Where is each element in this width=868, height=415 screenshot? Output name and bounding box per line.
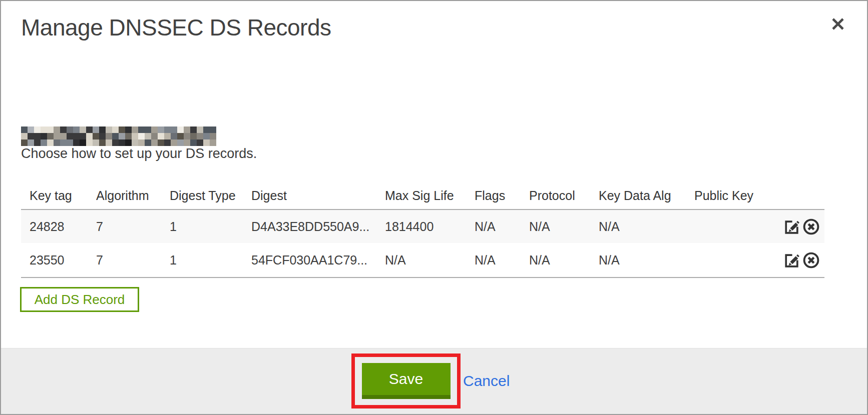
red-highlight-annotation: Save (351, 354, 461, 408)
edit-record-button[interactable] (782, 218, 800, 236)
table-header-row: Key tag Algorithm Digest Type Digest Max… (21, 182, 824, 209)
x-circle-icon (802, 218, 820, 236)
header-digest-type: Digest Type (170, 188, 251, 203)
cell-max-sig-life: 1814400 (385, 220, 475, 234)
modal-footer: Save Cancel (1, 348, 867, 414)
instruction-text: Choose how to set up your DS records. (21, 146, 257, 162)
cell-key-tag: 24828 (30, 220, 96, 234)
x-circle-icon (802, 251, 820, 270)
header-digest: Digest (251, 188, 385, 203)
cell-digest-type: 1 (170, 253, 251, 268)
table-row: 23550 7 1 54FCF030AA1C79... N/A N/A N/A … (21, 243, 824, 277)
header-flags: Flags (475, 188, 529, 203)
add-ds-record-button[interactable]: Add DS Record (20, 287, 139, 312)
cell-flags: N/A (475, 253, 529, 268)
cell-algorithm: 7 (96, 220, 170, 234)
cell-algorithm: 7 (96, 253, 170, 268)
table-row: 24828 7 1 D4A33E8DD550A9... 1814400 N/A … (21, 209, 824, 243)
close-icon (831, 17, 845, 31)
table-bottom-rule (21, 277, 824, 278)
edit-record-button[interactable] (782, 251, 800, 270)
cell-digest: 54FCF030AA1C79... (251, 253, 385, 268)
header-public-key: Public Key (694, 188, 774, 203)
header-key-data-alg: Key Data Alg (599, 188, 694, 203)
save-button[interactable]: Save (362, 363, 451, 399)
header-max-sig-life: Max Sig Life (385, 188, 475, 203)
cell-flags: N/A (475, 220, 529, 234)
cell-protocol: N/A (529, 220, 599, 234)
cell-key-tag: 23550 (30, 253, 96, 268)
cell-max-sig-life: N/A (385, 253, 475, 268)
close-button[interactable] (830, 16, 846, 32)
header-protocol: Protocol (529, 188, 599, 203)
edit-pencil-square-icon (782, 218, 800, 236)
cell-digest-type: 1 (170, 220, 251, 234)
manage-dnssec-modal: Manage DNSSEC DS Records Choose how to s… (0, 0, 868, 415)
page-title: Manage DNSSEC DS Records (21, 14, 331, 41)
edit-pencil-square-icon (782, 251, 800, 270)
delete-record-button[interactable] (802, 251, 820, 270)
redacted-domain-name (21, 126, 216, 146)
cell-key-data-alg: N/A (599, 253, 694, 268)
cell-protocol: N/A (529, 253, 599, 268)
cell-digest: D4A33E8DD550A9... (251, 220, 385, 234)
cell-key-data-alg: N/A (599, 220, 694, 234)
delete-record-button[interactable] (802, 218, 820, 236)
header-key-tag: Key tag (30, 188, 96, 203)
ds-records-table: Key tag Algorithm Digest Type Digest Max… (21, 182, 824, 278)
cancel-link[interactable]: Cancel (463, 372, 510, 390)
header-algorithm: Algorithm (96, 188, 170, 203)
